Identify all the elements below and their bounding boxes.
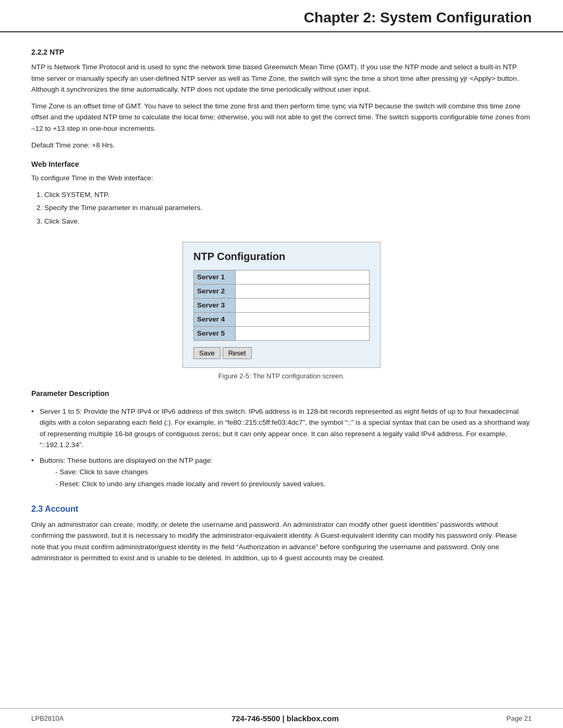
ntp-server-label-4: Server 4: [194, 312, 236, 326]
ntp-server-input-4[interactable]: [238, 314, 367, 325]
ntp-config-title: NTP Configuration: [193, 251, 370, 263]
footer-page: Page 21: [507, 714, 532, 722]
bullet-buttons-text: Buttons: These buttons are displayed on …: [40, 456, 213, 464]
ntp-config-box: NTP Configuration Server 1Server 2Server…: [182, 242, 381, 368]
bullet-server-text: Server 1 to 5: Provide the NTP IPv4 or I…: [40, 408, 530, 449]
ntp-server-input-cell-2[interactable]: [236, 284, 370, 298]
step-2: 2. Specify the Time parameter in manual …: [36, 202, 532, 214]
ntp-server-input-cell-5[interactable]: [236, 326, 370, 340]
ntp-para-2: Time Zone is an offset time of GMT. You …: [31, 101, 532, 134]
ntp-server-input-cell-1[interactable]: [236, 270, 370, 284]
ntp-server-input-cell-3[interactable]: [236, 298, 370, 312]
save-button[interactable]: Save: [193, 347, 221, 359]
web-interface-intro: To configure Time in the Web interface:: [31, 172, 532, 184]
reset-button[interactable]: Reset: [223, 347, 252, 359]
ntp-para-3: Default Time zone: +8 Hrs.: [31, 140, 532, 151]
section-222-heading: 2.2.2 NTP: [31, 48, 532, 56]
ntp-server-input-cell-4[interactable]: [236, 312, 370, 326]
page-footer: LPB2810A 724-746-5500 | blackbox.com Pag…: [0, 708, 563, 728]
footer-contact: 724-746-5500 | blackbox.com: [231, 714, 339, 723]
chapter-header: Chapter 2: System Configuration: [0, 0, 563, 32]
chapter-title: Chapter 2: System Configuration: [304, 9, 532, 26]
sub-bullet-reset: - Reset: Click to undo any changes made …: [40, 478, 532, 490]
step-3: 3. Click Save.: [36, 216, 532, 227]
section-23-body: Only an administrator can create, modify…: [31, 519, 532, 564]
figure-caption: Figure 2-5: The NTP configuration screen…: [218, 372, 345, 380]
sub-bullet-save: - Save: Click to save changes: [40, 466, 532, 478]
ntp-buttons: Save Reset: [193, 347, 370, 359]
ntp-server-input-3[interactable]: [238, 300, 367, 311]
ntp-config-wrapper: NTP Configuration Server 1Server 2Server…: [31, 242, 532, 380]
ntp-server-input-5[interactable]: [238, 328, 367, 339]
ntp-server-input-1[interactable]: [238, 272, 367, 282]
bullet-server: Server 1 to 5: Provide the NTP IPv4 or I…: [31, 406, 532, 451]
footer-model: LPB2810A: [31, 714, 64, 722]
ntp-server-label-3: Server 3: [194, 298, 236, 312]
bullet-buttons: Buttons: These buttons are displayed on …: [31, 455, 532, 490]
ntp-server-label-1: Server 1: [194, 270, 236, 284]
ntp-server-label-5: Server 5: [194, 326, 236, 340]
section-23-heading: 2.3 Account: [31, 504, 532, 514]
ntp-para-1: NTP is Network Time Protocol and is used…: [31, 61, 532, 95]
parameter-description-heading: Parameter Description: [31, 389, 532, 398]
ntp-servers-table: Server 1Server 2Server 3Server 4Server 5: [193, 270, 370, 341]
step-1: 1. Click SYSTEM, NTP.: [36, 189, 532, 201]
ntp-server-input-2[interactable]: [238, 286, 367, 297]
web-interface-heading: Web Interface: [31, 160, 532, 168]
bullet-section: Server 1 to 5: Provide the NTP IPv4 or I…: [31, 406, 532, 490]
ntp-server-label-2: Server 2: [194, 284, 236, 298]
content-area: 2.2.2 NTP NTP is Network Time Protocol a…: [0, 32, 563, 708]
